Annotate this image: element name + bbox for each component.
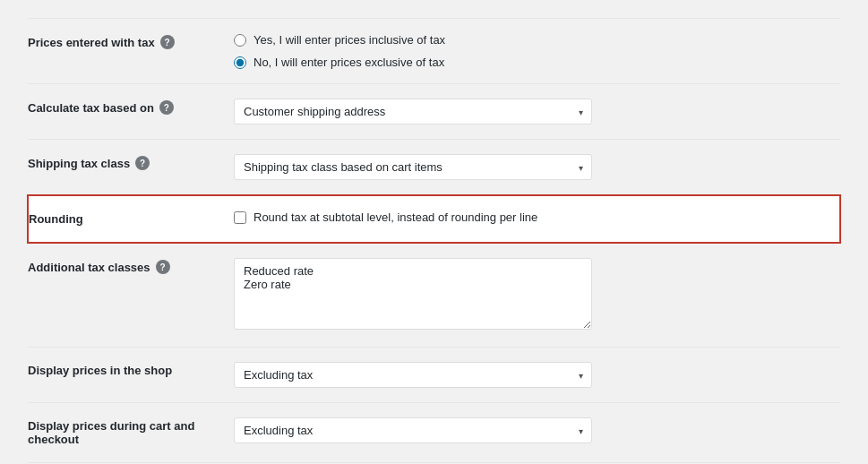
control-display-prices-in-shop: Excluding taxIncluding tax▾ bbox=[225, 348, 840, 403]
radio-option-radio-no[interactable]: No, I will enter prices exclusive of tax bbox=[234, 56, 831, 69]
radio-input-radio-yes[interactable] bbox=[234, 34, 246, 47]
checkbox-input-rounding[interactable] bbox=[234, 211, 246, 224]
row-rounding: RoundingRound tax at subtotal level, ins… bbox=[28, 195, 840, 243]
row-shipping-tax-class: Shipping tax class?Shipping tax class ba… bbox=[28, 140, 840, 196]
control-calculate-tax-based-on: Customer shipping addressCustomer billin… bbox=[225, 84, 840, 140]
row-prices-entered-with-tax: Prices entered with tax?Yes, I will ente… bbox=[28, 19, 840, 84]
label-display-prices-in-shop: Display prices in the shop bbox=[28, 348, 225, 403]
control-display-prices-cart: Excluding taxIncluding tax▾ bbox=[225, 403, 840, 463]
textarea-additional-tax-classes[interactable] bbox=[234, 258, 592, 330]
checkbox-option-rounding[interactable]: Round tax at subtotal level, instead of … bbox=[234, 211, 830, 224]
label-text-shipping-tax-class: Shipping tax class bbox=[28, 157, 130, 170]
control-additional-tax-classes bbox=[225, 243, 840, 348]
select-shipping-tax-class[interactable]: Shipping tax class based on cart itemsSt… bbox=[234, 154, 592, 180]
select-wrapper-display-prices-in-shop: Excluding taxIncluding tax▾ bbox=[234, 362, 592, 388]
help-icon-shipping-tax-class[interactable]: ? bbox=[135, 156, 150, 170]
radio-input-radio-no[interactable] bbox=[234, 56, 246, 69]
control-shipping-tax-class: Shipping tax class based on cart itemsSt… bbox=[225, 140, 840, 196]
radio-option-radio-yes[interactable]: Yes, I will enter prices inclusive of ta… bbox=[234, 33, 831, 47]
label-additional-tax-classes: Additional tax classes? bbox=[28, 243, 225, 348]
label-display-prices-cart: Display prices during cart and checkout bbox=[28, 403, 225, 463]
label-rounding: Rounding bbox=[28, 195, 225, 243]
label-text-calculate-tax-based-on: Calculate tax based on bbox=[28, 101, 154, 115]
select-wrapper-shipping-tax-class: Shipping tax class based on cart itemsSt… bbox=[234, 154, 592, 180]
help-icon-additional-tax-classes[interactable]: ? bbox=[156, 260, 170, 274]
settings-table: Prices entered with tax?Yes, I will ente… bbox=[27, 18, 841, 463]
help-icon-prices-entered-with-tax[interactable]: ? bbox=[160, 35, 175, 49]
radio-label-radio-no: No, I will enter prices exclusive of tax bbox=[254, 56, 444, 69]
label-text-additional-tax-classes: Additional tax classes bbox=[28, 261, 150, 274]
radio-group-prices-entered-with-tax: Yes, I will enter prices inclusive of ta… bbox=[234, 33, 831, 69]
control-rounding: Round tax at subtotal level, instead of … bbox=[225, 195, 840, 243]
control-prices-entered-with-tax: Yes, I will enter prices inclusive of ta… bbox=[225, 19, 840, 84]
label-text-rounding: Rounding bbox=[29, 212, 83, 226]
select-display-prices-cart[interactable]: Excluding taxIncluding tax bbox=[234, 417, 592, 443]
row-display-prices-in-shop: Display prices in the shopExcluding taxI… bbox=[28, 348, 840, 403]
select-wrapper-calculate-tax-based-on: Customer shipping addressCustomer billin… bbox=[234, 99, 592, 125]
label-shipping-tax-class: Shipping tax class? bbox=[28, 140, 225, 196]
row-calculate-tax-based-on: Calculate tax based on?Customer shipping… bbox=[28, 84, 840, 140]
help-icon-calculate-tax-based-on[interactable]: ? bbox=[159, 100, 174, 115]
select-calculate-tax-based-on[interactable]: Customer shipping addressCustomer billin… bbox=[234, 99, 592, 125]
label-calculate-tax-based-on: Calculate tax based on? bbox=[28, 84, 225, 140]
row-additional-tax-classes: Additional tax classes? bbox=[28, 243, 840, 348]
label-text-prices-entered-with-tax: Prices entered with tax bbox=[28, 36, 155, 49]
select-display-prices-in-shop[interactable]: Excluding taxIncluding tax bbox=[234, 362, 592, 388]
label-text-display-prices-cart: Display prices during cart and checkout bbox=[28, 419, 216, 446]
radio-label-radio-yes: Yes, I will enter prices inclusive of ta… bbox=[254, 33, 445, 47]
label-text-display-prices-in-shop: Display prices in the shop bbox=[28, 364, 172, 377]
select-wrapper-display-prices-cart: Excluding taxIncluding tax▾ bbox=[234, 417, 592, 443]
row-display-prices-cart: Display prices during cart and checkoutE… bbox=[28, 403, 840, 463]
label-prices-entered-with-tax: Prices entered with tax? bbox=[28, 19, 225, 84]
checkbox-label-rounding: Round tax at subtotal level, instead of … bbox=[254, 211, 537, 224]
